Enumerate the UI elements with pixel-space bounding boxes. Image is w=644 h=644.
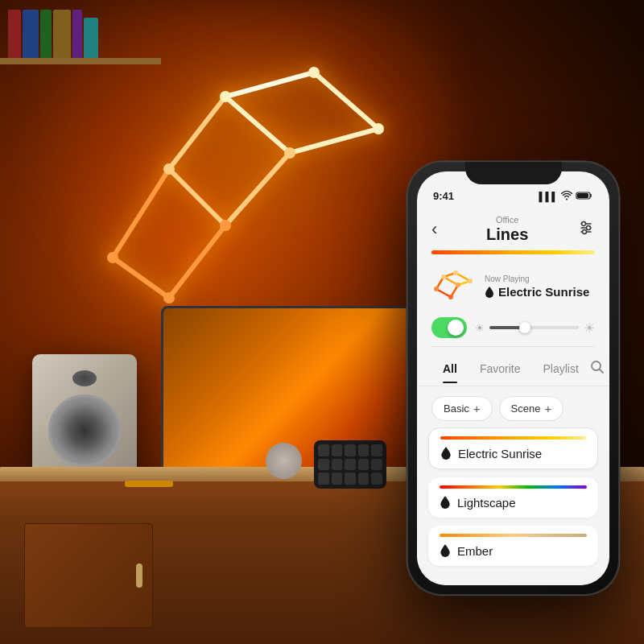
signal-icon: ▌▌▌ <box>539 192 558 201</box>
scene-card-electric-sunrise[interactable]: Electric Sunrise <box>428 427 598 469</box>
svg-point-33 <box>441 275 446 279</box>
now-playing-row[interactable]: Now Playing Electric Sunrise <box>431 269 595 304</box>
svg-point-37 <box>434 287 439 291</box>
sdeck-btn-9[interactable] <box>358 459 369 471</box>
svg-line-4 <box>169 97 225 169</box>
svg-line-0 <box>225 72 314 97</box>
toggle-knob <box>448 320 464 336</box>
nanoleaf-lines-svg <box>64 48 402 306</box>
ember-bar <box>440 534 587 537</box>
back-button[interactable]: ‹ <box>431 219 437 240</box>
sdeck-btn-10[interactable] <box>371 459 382 471</box>
drop-icon <box>485 286 494 298</box>
svg-line-29 <box>444 277 458 285</box>
lightscape-name: Lightscape <box>457 496 516 510</box>
svg-point-11 <box>308 67 320 78</box>
svg-point-16 <box>107 252 118 263</box>
brightness-high-icon: ☀ <box>584 320 595 336</box>
desk-items <box>125 481 173 487</box>
book-6 <box>84 18 98 58</box>
sdeck-btn-4[interactable] <box>358 444 369 456</box>
tab-playlist[interactable]: Playlist <box>531 357 589 383</box>
phone-body: 9:41 ▌▌▌ <box>407 161 620 596</box>
ember-drop-icon <box>440 543 451 558</box>
tab-all[interactable]: All <box>431 357 469 383</box>
desk-drawer <box>24 523 153 628</box>
stream-deck-buttons <box>314 440 386 489</box>
scene-label: Scene <box>511 402 541 415</box>
book-4 <box>53 10 71 58</box>
sdeck-btn-12[interactable] <box>332 473 343 485</box>
svg-rect-19 <box>577 193 588 198</box>
svg-point-34 <box>453 270 458 275</box>
now-playing-scene-name: Electric Sunrise <box>485 285 595 299</box>
svg-line-9 <box>113 258 169 298</box>
scene-card-ember[interactable]: Ember <box>428 526 598 566</box>
svg-line-2 <box>290 129 378 153</box>
power-toggle[interactable] <box>431 317 467 338</box>
current-scene-color-bar <box>431 250 595 254</box>
brightness-knob <box>519 322 530 333</box>
status-icons: ▌▌▌ <box>539 191 593 202</box>
sdeck-btn-1[interactable] <box>318 444 329 456</box>
scene-card-lightscape[interactable]: Lightscape <box>428 477 598 518</box>
sdeck-btn-14[interactable] <box>358 473 369 485</box>
sdeck-btn-13[interactable] <box>345 473 356 485</box>
status-time: 9:41 <box>433 190 454 202</box>
small-round-speaker <box>266 443 302 479</box>
shelf-board <box>0 58 161 64</box>
sdeck-btn-8[interactable] <box>345 459 356 471</box>
sdeck-btn-15[interactable] <box>371 473 382 485</box>
svg-point-36 <box>456 283 460 287</box>
sdeck-btn-2[interactable] <box>332 444 343 456</box>
sdeck-btn-5[interactable] <box>371 444 382 456</box>
basic-label: Basic <box>444 402 469 415</box>
electric-sunrise-name: Electric Sunrise <box>458 447 542 460</box>
sdeck-btn-7[interactable] <box>332 459 343 471</box>
basic-category-button[interactable]: Basic + <box>431 396 493 421</box>
phone-screen: 9:41 ▌▌▌ <box>417 171 609 585</box>
lines-preview-icon <box>431 269 475 304</box>
bookshelf <box>0 0 177 64</box>
tab-favorite[interactable]: Favorite <box>469 357 532 383</box>
now-playing-info: Now Playing Electric Sunrise <box>485 275 595 299</box>
svg-point-23 <box>586 225 590 229</box>
now-playing-section: Now Playing Electric Sunrise <box>417 262 609 312</box>
svg-point-13 <box>284 147 295 159</box>
phone-mockup: 9:41 ▌▌▌ <box>407 161 620 596</box>
tabs-row: All Favorite Playlist <box>417 347 609 386</box>
lightscape-drop-icon <box>440 495 451 510</box>
sdeck-btn-6[interactable] <box>318 459 329 471</box>
drawer-handle <box>136 564 142 588</box>
svg-line-6 <box>169 169 225 225</box>
now-playing-label: Now Playing <box>485 275 595 283</box>
svg-line-5 <box>225 153 290 225</box>
ember-name: Ember <box>457 544 493 558</box>
svg-point-17 <box>163 292 175 303</box>
book-1 <box>8 10 21 58</box>
book-2 <box>23 10 39 58</box>
sdeck-btn-11[interactable] <box>318 473 329 485</box>
battery-icon <box>576 191 593 202</box>
svg-point-12 <box>373 123 384 134</box>
svg-line-27 <box>456 273 470 281</box>
svg-line-3 <box>225 97 290 153</box>
svg-point-10 <box>220 91 231 102</box>
page-title: Lines <box>486 225 528 244</box>
sdeck-btn-3[interactable] <box>345 444 356 456</box>
electric-sunrise-bar <box>440 436 586 440</box>
svg-point-14 <box>163 163 175 175</box>
phone-notch <box>465 162 562 184</box>
search-button[interactable] <box>590 355 605 386</box>
svg-point-15 <box>220 220 231 231</box>
scene-category-button[interactable]: Scene + <box>499 396 564 421</box>
svg-point-21 <box>581 221 585 225</box>
speaker-tweeter <box>72 370 97 386</box>
svg-line-40 <box>599 369 603 374</box>
brightness-slider[interactable] <box>489 326 579 329</box>
book-5 <box>72 10 82 58</box>
app-content: ‹ Office Lines <box>417 207 609 585</box>
brightness-low-icon: ☀ <box>475 322 485 334</box>
stream-deck <box>314 440 386 489</box>
settings-button[interactable] <box>577 219 595 241</box>
